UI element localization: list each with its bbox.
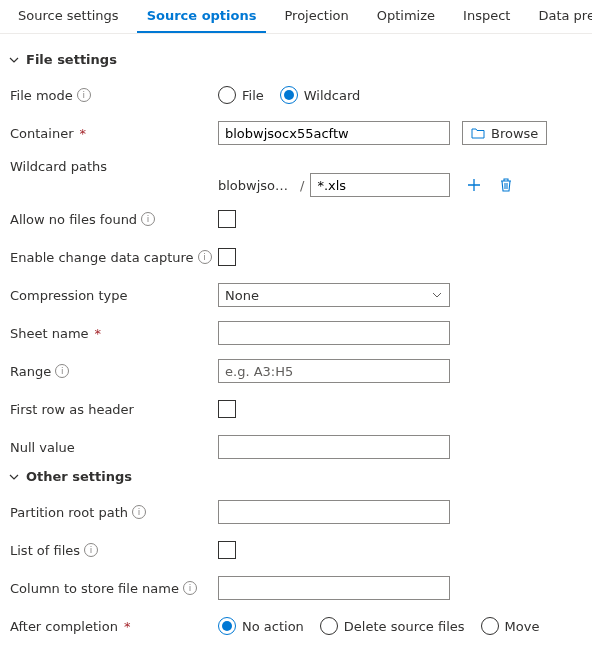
wildcard-prefix: blobwjsoc... [218, 178, 294, 193]
delete-wildcard-button[interactable] [494, 173, 518, 197]
list-of-files-checkbox[interactable] [218, 541, 236, 559]
label-list-of-files: List of files [10, 543, 80, 558]
label-allow-no-files: Allow no files found [10, 212, 137, 227]
section-title: Other settings [26, 469, 132, 484]
tab-inspect[interactable]: Inspect [453, 0, 520, 33]
section-other-settings[interactable]: Other settings [8, 469, 584, 484]
radio-icon [218, 86, 236, 104]
chevron-down-icon [8, 471, 20, 483]
browse-button[interactable]: Browse [462, 121, 547, 145]
radio-label: Delete source files [344, 619, 465, 634]
label-first-row-header: First row as header [10, 402, 134, 417]
label-sheet-name: Sheet name [10, 326, 89, 341]
label-after-completion: After completion [10, 619, 118, 634]
info-icon: i [198, 250, 212, 264]
info-icon: i [77, 88, 91, 102]
info-icon: i [141, 212, 155, 226]
range-input[interactable] [218, 359, 450, 383]
first-row-header-checkbox[interactable] [218, 400, 236, 418]
info-icon: i [55, 364, 69, 378]
tab-optimize[interactable]: Optimize [367, 0, 445, 33]
info-icon: i [132, 505, 146, 519]
wildcard-input[interactable] [310, 173, 450, 197]
sheet-name-input[interactable] [218, 321, 450, 345]
chevron-down-icon [8, 54, 20, 66]
radio-after-no-action[interactable]: No action [218, 617, 304, 635]
compression-select[interactable]: None [218, 283, 450, 307]
chevron-down-icon [431, 289, 443, 301]
radio-icon [320, 617, 338, 635]
label-file-mode: File mode [10, 88, 73, 103]
folder-icon [471, 127, 485, 139]
required-indicator: * [95, 326, 102, 341]
tabs: Source settings Source options Projectio… [0, 0, 592, 34]
tab-projection[interactable]: Projection [274, 0, 358, 33]
info-icon: i [183, 581, 197, 595]
label-wildcard-paths: Wildcard paths [10, 159, 107, 174]
radio-icon [481, 617, 499, 635]
tab-source-settings[interactable]: Source settings [8, 0, 129, 33]
tab-source-options[interactable]: Source options [137, 0, 267, 33]
radio-label: Move [505, 619, 540, 634]
radio-file-mode-wildcard[interactable]: Wildcard [280, 86, 361, 104]
enable-cdc-checkbox[interactable] [218, 248, 236, 266]
radio-label: No action [242, 619, 304, 634]
radio-label: File [242, 88, 264, 103]
path-separator: / [300, 178, 304, 193]
radio-icon [280, 86, 298, 104]
radio-after-move[interactable]: Move [481, 617, 540, 635]
radio-label: Wildcard [304, 88, 361, 103]
label-partition-root: Partition root path [10, 505, 128, 520]
section-file-settings[interactable]: File settings [8, 52, 584, 67]
select-value: None [225, 288, 259, 303]
label-container: Container [10, 126, 74, 141]
section-title: File settings [26, 52, 117, 67]
info-icon: i [84, 543, 98, 557]
required-indicator: * [80, 126, 87, 141]
browse-label: Browse [491, 126, 538, 141]
partition-root-input[interactable] [218, 500, 450, 524]
radio-after-delete[interactable]: Delete source files [320, 617, 465, 635]
allow-no-files-checkbox[interactable] [218, 210, 236, 228]
radio-file-mode-file[interactable]: File [218, 86, 264, 104]
column-file-name-input[interactable] [218, 576, 450, 600]
label-enable-cdc: Enable change data capture [10, 250, 194, 265]
label-compression: Compression type [10, 288, 128, 303]
radio-icon [218, 617, 236, 635]
tab-data-preview[interactable]: Data preview [528, 0, 592, 33]
label-column-file-name: Column to store file name [10, 581, 179, 596]
label-range: Range [10, 364, 51, 379]
label-null-value: Null value [10, 440, 75, 455]
add-wildcard-button[interactable] [462, 173, 486, 197]
required-indicator: * [124, 619, 131, 634]
container-input[interactable] [218, 121, 450, 145]
null-value-input[interactable] [218, 435, 450, 459]
